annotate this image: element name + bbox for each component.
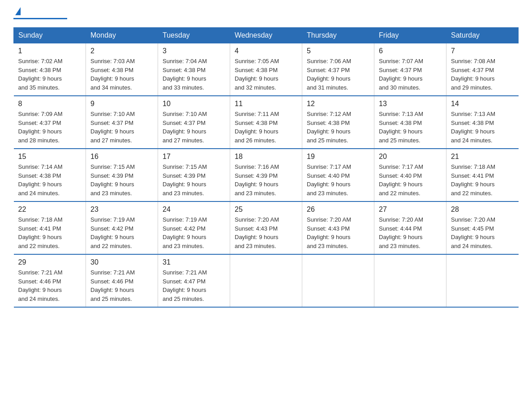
header-sunday: Sunday <box>14 28 86 43</box>
day-info: Sunrise: 7:02 AM Sunset: 4:38 PM Dayligh… <box>18 57 82 92</box>
empty-cell <box>446 254 519 307</box>
day-info: Sunrise: 7:18 AM Sunset: 4:41 PM Dayligh… <box>451 163 514 197</box>
day-info: Sunrise: 7:07 AM Sunset: 4:37 PM Dayligh… <box>379 57 442 92</box>
day-info: Sunrise: 7:11 AM Sunset: 4:38 PM Dayligh… <box>235 110 297 145</box>
calendar-day-cell: 17 Sunrise: 7:15 AM Sunset: 4:39 PM Dayl… <box>158 149 230 201</box>
header-saturday: Saturday <box>446 28 519 43</box>
day-info: Sunrise: 7:20 AM Sunset: 4:45 PM Dayligh… <box>451 215 514 250</box>
calendar-day-cell: 11 Sunrise: 7:11 AM Sunset: 4:38 PM Dayl… <box>230 96 302 149</box>
day-number: 12 <box>307 100 369 108</box>
header-tuesday: Tuesday <box>158 28 230 43</box>
day-number: 26 <box>307 206 369 214</box>
empty-cell <box>374 254 446 307</box>
day-number: 14 <box>451 100 514 108</box>
day-info: Sunrise: 7:18 AM Sunset: 4:41 PM Dayligh… <box>18 215 82 250</box>
empty-cell <box>302 254 374 307</box>
calendar-day-cell: 14 Sunrise: 7:13 AM Sunset: 4:38 PM Dayl… <box>446 96 519 149</box>
day-number: 3 <box>163 47 225 55</box>
day-number: 17 <box>163 153 225 161</box>
calendar-header-row: SundayMondayTuesdayWednesdayThursdayFrid… <box>14 28 519 43</box>
day-number: 23 <box>90 206 153 214</box>
logo-triangle-icon <box>15 7 21 15</box>
day-info: Sunrise: 7:19 AM Sunset: 4:42 PM Dayligh… <box>163 215 225 250</box>
logo <box>13 9 67 19</box>
day-number: 15 <box>18 153 82 161</box>
day-number: 18 <box>235 153 297 161</box>
calendar-table: SundayMondayTuesdayWednesdayThursdayFrid… <box>13 27 519 308</box>
calendar-day-cell: 29 Sunrise: 7:21 AM Sunset: 4:46 PM Dayl… <box>14 254 86 307</box>
calendar-day-cell: 13 Sunrise: 7:13 AM Sunset: 4:38 PM Dayl… <box>374 96 446 149</box>
day-info: Sunrise: 7:20 AM Sunset: 4:43 PM Dayligh… <box>307 215 369 250</box>
calendar-day-cell: 8 Sunrise: 7:09 AM Sunset: 4:37 PM Dayli… <box>14 96 86 149</box>
day-info: Sunrise: 7:21 AM Sunset: 4:47 PM Dayligh… <box>163 268 225 303</box>
header-thursday: Thursday <box>302 28 374 43</box>
day-info: Sunrise: 7:21 AM Sunset: 4:46 PM Dayligh… <box>18 268 82 303</box>
calendar-week-row: 1 Sunrise: 7:02 AM Sunset: 4:38 PM Dayli… <box>14 43 519 96</box>
logo-line <box>13 18 67 19</box>
calendar-day-cell: 23 Sunrise: 7:19 AM Sunset: 4:42 PM Dayl… <box>86 201 158 254</box>
day-number: 16 <box>90 153 153 161</box>
calendar-day-cell: 3 Sunrise: 7:04 AM Sunset: 4:38 PM Dayli… <box>158 43 230 96</box>
day-number: 31 <box>163 258 225 266</box>
day-info: Sunrise: 7:13 AM Sunset: 4:38 PM Dayligh… <box>451 110 514 145</box>
calendar-week-row: 22 Sunrise: 7:18 AM Sunset: 4:41 PM Dayl… <box>14 201 519 254</box>
day-number: 11 <box>235 100 297 108</box>
calendar-week-row: 8 Sunrise: 7:09 AM Sunset: 4:37 PM Dayli… <box>14 96 519 149</box>
day-info: Sunrise: 7:20 AM Sunset: 4:44 PM Dayligh… <box>379 215 442 250</box>
day-number: 7 <box>451 47 514 55</box>
calendar-day-cell: 21 Sunrise: 7:18 AM Sunset: 4:41 PM Dayl… <box>446 149 519 201</box>
day-info: Sunrise: 7:12 AM Sunset: 4:38 PM Dayligh… <box>307 110 369 145</box>
day-info: Sunrise: 7:03 AM Sunset: 4:38 PM Dayligh… <box>90 57 153 92</box>
day-info: Sunrise: 7:20 AM Sunset: 4:43 PM Dayligh… <box>235 215 297 250</box>
calendar-week-row: 15 Sunrise: 7:14 AM Sunset: 4:38 PM Dayl… <box>14 149 519 201</box>
day-info: Sunrise: 7:13 AM Sunset: 4:38 PM Dayligh… <box>379 110 442 145</box>
calendar-day-cell: 9 Sunrise: 7:10 AM Sunset: 4:37 PM Dayli… <box>86 96 158 149</box>
day-info: Sunrise: 7:21 AM Sunset: 4:46 PM Dayligh… <box>90 268 153 303</box>
day-info: Sunrise: 7:16 AM Sunset: 4:39 PM Dayligh… <box>235 163 297 197</box>
calendar-day-cell: 10 Sunrise: 7:10 AM Sunset: 4:37 PM Dayl… <box>158 96 230 149</box>
day-number: 30 <box>90 258 153 266</box>
day-info: Sunrise: 7:15 AM Sunset: 4:39 PM Dayligh… <box>90 163 153 197</box>
day-info: Sunrise: 7:17 AM Sunset: 4:40 PM Dayligh… <box>307 163 369 197</box>
calendar-day-cell: 20 Sunrise: 7:17 AM Sunset: 4:40 PM Dayl… <box>374 149 446 201</box>
calendar-day-cell: 24 Sunrise: 7:19 AM Sunset: 4:42 PM Dayl… <box>158 201 230 254</box>
calendar-day-cell: 7 Sunrise: 7:08 AM Sunset: 4:37 PM Dayli… <box>446 43 519 96</box>
day-info: Sunrise: 7:09 AM Sunset: 4:37 PM Dayligh… <box>18 110 82 145</box>
day-number: 9 <box>90 100 153 108</box>
calendar-day-cell: 26 Sunrise: 7:20 AM Sunset: 4:43 PM Dayl… <box>302 201 374 254</box>
day-number: 27 <box>379 206 442 214</box>
day-number: 1 <box>18 47 82 55</box>
header-friday: Friday <box>374 28 446 43</box>
day-number: 10 <box>163 100 225 108</box>
day-number: 2 <box>90 47 153 55</box>
day-number: 19 <box>307 153 369 161</box>
day-info: Sunrise: 7:19 AM Sunset: 4:42 PM Dayligh… <box>90 215 153 250</box>
day-number: 13 <box>379 100 442 108</box>
calendar-day-cell: 12 Sunrise: 7:12 AM Sunset: 4:38 PM Dayl… <box>302 96 374 149</box>
day-info: Sunrise: 7:10 AM Sunset: 4:37 PM Dayligh… <box>163 110 225 145</box>
day-info: Sunrise: 7:15 AM Sunset: 4:39 PM Dayligh… <box>163 163 225 197</box>
day-number: 24 <box>163 206 225 214</box>
calendar-week-row: 29 Sunrise: 7:21 AM Sunset: 4:46 PM Dayl… <box>14 254 519 307</box>
day-number: 20 <box>379 153 442 161</box>
calendar-day-cell: 5 Sunrise: 7:06 AM Sunset: 4:37 PM Dayli… <box>302 43 374 96</box>
calendar-day-cell: 27 Sunrise: 7:20 AM Sunset: 4:44 PM Dayl… <box>374 201 446 254</box>
calendar-day-cell: 4 Sunrise: 7:05 AM Sunset: 4:38 PM Dayli… <box>230 43 302 96</box>
day-number: 6 <box>379 47 442 55</box>
header-wednesday: Wednesday <box>230 28 302 43</box>
calendar-day-cell: 22 Sunrise: 7:18 AM Sunset: 4:41 PM Dayl… <box>14 201 86 254</box>
calendar-day-cell: 18 Sunrise: 7:16 AM Sunset: 4:39 PM Dayl… <box>230 149 302 201</box>
calendar-day-cell: 25 Sunrise: 7:20 AM Sunset: 4:43 PM Dayl… <box>230 201 302 254</box>
header-monday: Monday <box>86 28 158 43</box>
calendar-day-cell: 16 Sunrise: 7:15 AM Sunset: 4:39 PM Dayl… <box>86 149 158 201</box>
day-info: Sunrise: 7:08 AM Sunset: 4:37 PM Dayligh… <box>451 57 514 92</box>
calendar-day-cell: 15 Sunrise: 7:14 AM Sunset: 4:38 PM Dayl… <box>14 149 86 201</box>
day-number: 29 <box>18 258 82 266</box>
day-info: Sunrise: 7:17 AM Sunset: 4:40 PM Dayligh… <box>379 163 442 197</box>
day-number: 21 <box>451 153 514 161</box>
day-number: 25 <box>235 206 297 214</box>
calendar-day-cell: 1 Sunrise: 7:02 AM Sunset: 4:38 PM Dayli… <box>14 43 86 96</box>
day-info: Sunrise: 7:14 AM Sunset: 4:38 PM Dayligh… <box>18 163 82 197</box>
calendar-day-cell: 31 Sunrise: 7:21 AM Sunset: 4:47 PM Dayl… <box>158 254 230 307</box>
day-info: Sunrise: 7:06 AM Sunset: 4:37 PM Dayligh… <box>307 57 369 92</box>
